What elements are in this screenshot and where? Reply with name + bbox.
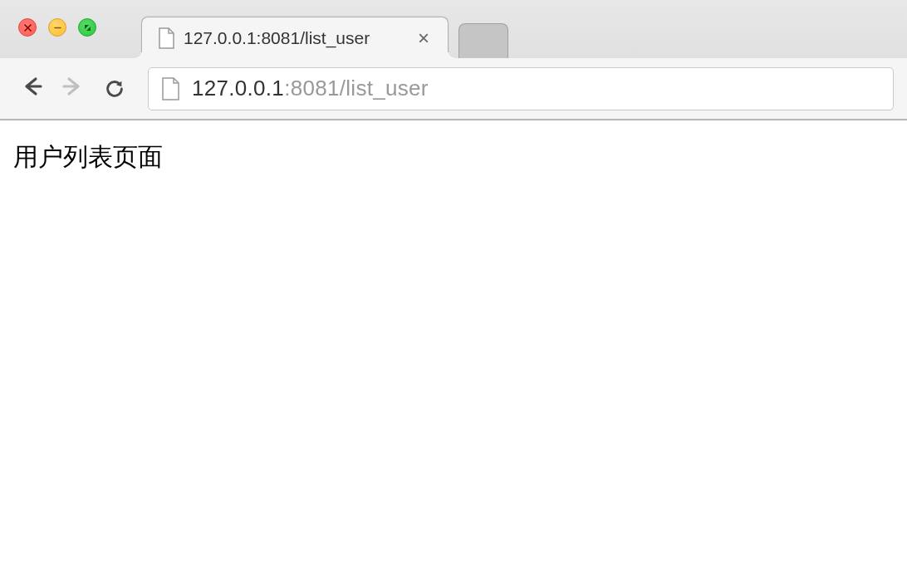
window-controls	[0, 12, 96, 37]
arrow-right-icon	[61, 74, 86, 103]
minimize-icon	[53, 23, 62, 32]
new-tab-placeholder[interactable]	[458, 23, 508, 58]
svg-marker-4	[86, 27, 91, 31]
url-host: 127.0.0.1	[192, 76, 284, 100]
tab-active[interactable]: 127.0.0.1:8081/list_user ×	[141, 17, 449, 58]
close-icon	[23, 23, 32, 32]
svg-marker-3	[85, 25, 89, 29]
back-button[interactable]	[13, 71, 50, 107]
tab-title: 127.0.0.1:8081/list_user	[184, 28, 401, 48]
page-icon	[157, 27, 175, 49]
forward-button[interactable]	[55, 71, 91, 107]
tab-strip: 127.0.0.1:8081/list_user ×	[141, 0, 508, 58]
reload-icon	[103, 77, 126, 100]
title-bar: 127.0.0.1:8081/list_user ×	[0, 0, 907, 58]
reload-button[interactable]	[96, 71, 133, 107]
toolbar: 127.0.0.1:8081/list_user	[0, 58, 907, 120]
arrow-left-icon	[19, 74, 44, 103]
page-heading: 用户列表页面	[13, 140, 894, 174]
maximize-icon	[83, 23, 92, 32]
page-content: 用户列表页面	[0, 120, 907, 194]
url-path: /list_user	[340, 76, 429, 100]
address-bar[interactable]: 127.0.0.1:8081/list_user	[148, 67, 894, 110]
maximize-window-button[interactable]	[78, 18, 96, 37]
minimize-window-button[interactable]	[48, 18, 66, 37]
browser-chrome: 127.0.0.1:8081/list_user ×	[0, 0, 907, 120]
close-window-button[interactable]	[18, 18, 37, 37]
page-icon	[160, 76, 180, 101]
url-text: 127.0.0.1:8081/list_user	[192, 76, 429, 101]
url-port: :8081	[284, 76, 340, 100]
tab-close-button[interactable]: ×	[414, 27, 433, 50]
